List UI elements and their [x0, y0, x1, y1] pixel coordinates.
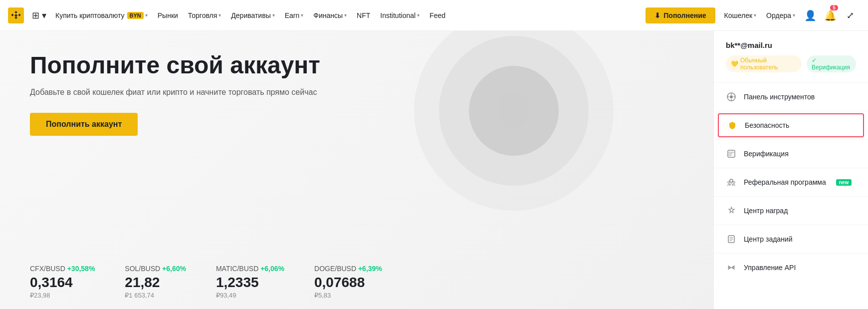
- menu-divider: [714, 253, 868, 254]
- menu-divider: [714, 82, 868, 83]
- svg-point-5: [728, 181, 730, 183]
- profile-icon-button[interactable]: 👤: [800, 0, 820, 31]
- hero-section: Пополните свой аккаунт Добавьте в свой к…: [0, 31, 713, 309]
- menu-item-dashboard[interactable]: Панель инструментов: [714, 85, 868, 109]
- tasks-icon: [726, 234, 737, 245]
- decorative-circle-inner: [439, 36, 589, 186]
- menu-divider: [714, 111, 868, 111]
- hero-title: Пополните свой аккаунт: [30, 51, 379, 80]
- user-tier-badge: 💛 Обычный пользователь: [726, 55, 802, 72]
- deposit-button[interactable]: ⬇ Пополнение: [646, 7, 715, 23]
- chevron-down-icon: ▾: [417, 12, 420, 18]
- main-content: Пополните свой аккаунт Добавьте в свой к…: [0, 31, 868, 309]
- nav-feed[interactable]: Feed: [425, 0, 450, 31]
- ticker-row: CFX/BUSD +30,58% 0,3164 ₽23,98 SOL/BUSD …: [30, 265, 382, 299]
- orders-menu[interactable]: Ордера ▾: [761, 0, 800, 31]
- ticker-fiat: ₽1 653,74: [125, 292, 186, 299]
- notification-count: 5: [830, 5, 838, 10]
- menu-item-referral[interactable]: Реферальная программа new: [714, 170, 868, 194]
- ticker-pair-label: DOGE/BUSD +6,39%: [314, 265, 382, 273]
- diamond-icon: 💛: [731, 60, 738, 67]
- logo[interactable]: [8, 7, 24, 23]
- fullscreen-icon: ⤢: [847, 10, 854, 21]
- svg-point-6: [733, 181, 735, 183]
- svg-point-2: [730, 95, 733, 98]
- apps-grid-button[interactable]: ⊞ ▾: [30, 8, 48, 23]
- ticker-fiat: ₽23,98: [30, 292, 95, 299]
- nav-buy-crypto[interactable]: Купить криптовалюту BYN ▾: [50, 0, 153, 31]
- nav-derivatives[interactable]: Деривативы ▾: [226, 0, 279, 31]
- user-icon: 👤: [804, 9, 817, 21]
- navbar: ⊞ ▾ Купить криптовалюту BYN ▾ Рынки Торг…: [0, 0, 868, 31]
- menu-divider: [714, 168, 868, 168]
- nav-nft[interactable]: NFT: [352, 0, 375, 31]
- decorative-circle-innermost: [469, 66, 559, 156]
- ticker-item-doge[interactable]: DOGE/BUSD +6,39% 0,07688 ₽5,83: [314, 265, 382, 299]
- ticker-price: 0,07688: [314, 275, 382, 291]
- menu-item-verification[interactable]: Верификация: [714, 142, 868, 166]
- menu-divider: [714, 225, 868, 225]
- shield-icon: [727, 120, 738, 131]
- ticker-pair-label: SOL/BUSD +6,60%: [125, 265, 186, 273]
- chevron-down-icon: ▾: [754, 12, 756, 18]
- ticker-pair-label: MATIC/BUSD +6,06%: [216, 265, 284, 273]
- menu-item-tasks[interactable]: Центр заданий: [714, 227, 868, 251]
- menu-item-api[interactable]: Управление API: [714, 256, 868, 280]
- ticker-price: 1,2335: [216, 275, 284, 291]
- nav-markets[interactable]: Рынки: [153, 0, 183, 31]
- menu-divider: [714, 139, 868, 140]
- chevron-down-icon: ▾: [145, 12, 148, 18]
- menu-divider: [714, 196, 868, 197]
- api-icon: [726, 262, 737, 273]
- verified-badge: ✓ Верификация: [807, 55, 856, 72]
- referral-icon: [726, 177, 737, 188]
- nav-trading[interactable]: Торговля ▾: [183, 0, 226, 31]
- new-badge: new: [836, 179, 852, 186]
- ticker-fiat: ₽5,83: [314, 292, 382, 299]
- chevron-down-icon: ▾: [344, 12, 347, 18]
- verification-icon: [726, 148, 737, 159]
- ticker-item-matic[interactable]: MATIC/BUSD +6,06% 1,2335 ₽93,49: [216, 265, 284, 299]
- chevron-down-icon: ▾: [272, 12, 275, 18]
- wallet-menu[interactable]: Кошелек ▾: [719, 0, 762, 31]
- menu-item-rewards[interactable]: Центр наград: [714, 199, 868, 223]
- download-icon: ⬇: [654, 11, 660, 19]
- notifications-button[interactable]: 🔔 5: [820, 0, 840, 31]
- decorative-circle: [414, 31, 614, 211]
- nav-institutional[interactable]: Institutional ▾: [375, 0, 425, 31]
- ticker-pair-label: CFX/BUSD +30,58%: [30, 265, 95, 273]
- ticker-item-cfx[interactable]: CFX/BUSD +30,58% 0,3164 ₽23,98: [30, 265, 95, 299]
- nav-finance[interactable]: Финансы ▾: [308, 0, 352, 31]
- ticker-price: 0,3164: [30, 275, 95, 291]
- rewards-icon: [726, 205, 737, 216]
- ticker-price: 21,82: [125, 275, 186, 291]
- user-dropdown-panel: bk**@mail.ru 💛 Обычный пользователь ✓ Ве…: [713, 31, 868, 309]
- fullscreen-button[interactable]: ⤢: [840, 0, 860, 31]
- user-badges: 💛 Обычный пользователь ✓ Верификация: [714, 55, 868, 80]
- chevron-down-icon: ▾: [793, 12, 795, 18]
- bell-icon: 🔔: [824, 9, 837, 21]
- ticker-fiat: ₽93,49: [216, 292, 284, 299]
- svg-point-4: [730, 179, 733, 182]
- chevron-down-icon: ▾: [301, 12, 303, 18]
- fill-account-button[interactable]: Пополнить аккаунт: [30, 113, 138, 136]
- ticker-item-sol[interactable]: SOL/BUSD +6,60% 21,82 ₽1 653,74: [125, 265, 186, 299]
- binance-logo-icon: [8, 7, 24, 23]
- dashboard-icon: [726, 91, 737, 102]
- nav-earn[interactable]: Earn ▾: [280, 0, 309, 31]
- user-email: bk**@mail.ru: [714, 41, 868, 55]
- menu-item-security[interactable]: Безопасность: [718, 113, 864, 137]
- chevron-down-icon: ▾: [218, 12, 221, 18]
- byn-badge: BYN: [127, 12, 144, 19]
